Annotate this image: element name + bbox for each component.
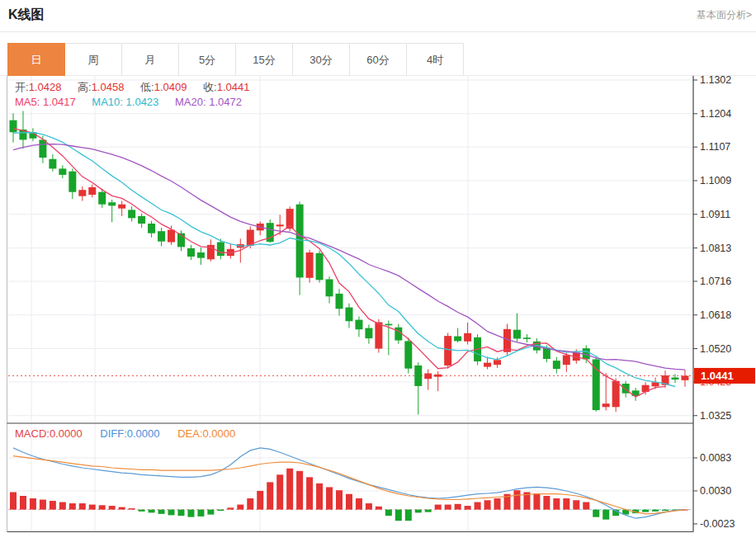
svg-text:1.0520: 1.0520 bbox=[700, 343, 731, 355]
svg-text:1.1107: 1.1107 bbox=[700, 141, 730, 153]
svg-text:0.0030: 0.0030 bbox=[700, 485, 731, 497]
svg-text:-0.0023: -0.0023 bbox=[700, 518, 735, 530]
chart-frame bbox=[7, 76, 694, 532]
svg-text:1.1302: 1.1302 bbox=[700, 74, 731, 86]
svg-text:1.1009: 1.1009 bbox=[700, 175, 731, 186]
ma20-readout: MA20: 1.0472 bbox=[175, 96, 242, 108]
ohlc-readout: 开:1.0428 高:1.0458 低:1.0409 收:1.0441 bbox=[15, 80, 262, 95]
dea-value-readout: DEA:0.0000 bbox=[177, 427, 235, 440]
svg-text:1.0911: 1.0911 bbox=[700, 209, 730, 220]
diff-value-readout: DIFF:0.0000 bbox=[100, 427, 159, 440]
macd-axis: 0.00830.0030-0.0023 bbox=[693, 452, 735, 530]
ma10-readout: MA10: 1.0423 bbox=[92, 96, 158, 108]
svg-text:1.0813: 1.0813 bbox=[700, 243, 731, 254]
ma5-readout: MA5: 1.0417 bbox=[15, 96, 76, 108]
low-label: 低: bbox=[140, 81, 154, 93]
low-value: 1.0409 bbox=[154, 81, 187, 93]
svg-text:1.0716: 1.0716 bbox=[700, 276, 731, 287]
macd-readout: MACD:0.0000 DIFF:0.0000 DEA:0.0000 bbox=[15, 427, 235, 440]
grid-lines bbox=[8, 76, 693, 532]
close-value: 1.0441 bbox=[217, 81, 250, 93]
tab-day[interactable]: 日 bbox=[7, 43, 65, 76]
svg-text:0.0083: 0.0083 bbox=[700, 452, 731, 464]
macd-histogram bbox=[10, 469, 688, 521]
current-price-badge: 1.0441 bbox=[694, 368, 755, 384]
close-label: 收: bbox=[203, 81, 217, 93]
kline-page: K线图 基本面分析> 日 周 月 5分 15分 30分 60分 4时 开:1.0… bbox=[0, 0, 756, 533]
candlestick-series bbox=[10, 111, 689, 414]
high-value: 1.0458 bbox=[92, 81, 125, 93]
svg-text:1.0618: 1.0618 bbox=[700, 309, 731, 321]
svg-text:1.1204: 1.1204 bbox=[700, 108, 731, 120]
open-label: 开: bbox=[15, 81, 29, 93]
ma-readout: MA5: 1.0417 MA10: 1.0423 MA20: 1.0472 bbox=[15, 96, 242, 108]
svg-text:1.0441: 1.0441 bbox=[701, 370, 734, 382]
open-value: 1.0428 bbox=[29, 81, 62, 93]
ma20-line bbox=[13, 144, 685, 370]
macd-value-readout: MACD:0.0000 bbox=[15, 427, 83, 440]
svg-text:1.0325: 1.0325 bbox=[700, 410, 731, 422]
high-label: 高: bbox=[78, 81, 92, 93]
